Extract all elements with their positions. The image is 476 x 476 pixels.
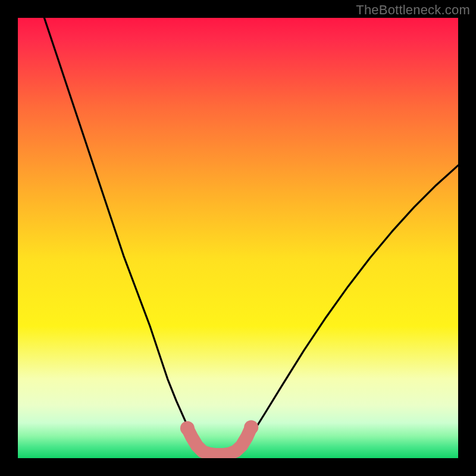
valley-end-dot [180,421,195,436]
bottleneck-chart [18,18,458,458]
watermark-text: TheBottleneck.com [356,2,470,18]
gradient-background [18,18,458,458]
valley-end-dot [244,420,258,434]
outer-frame: TheBottleneck.com [0,0,476,476]
